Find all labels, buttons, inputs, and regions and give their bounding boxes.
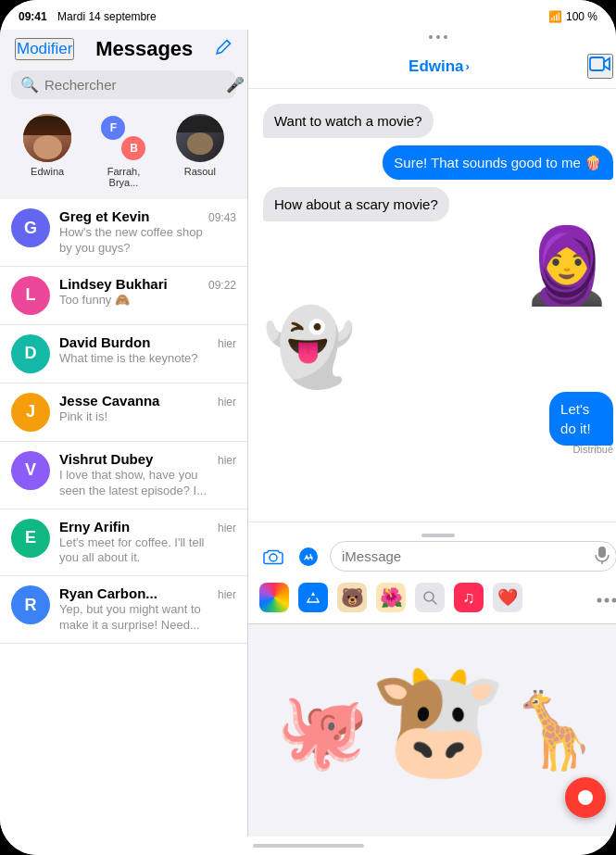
conversation-list: G Greg et Kevin 09:43 How's the new coff… [0,199,247,836]
wifi-icon: 📶 [548,10,562,23]
conv-preview-david: What time is the keynote? [59,351,207,367]
message-input[interactable] [330,541,616,572]
contact-name: Edwina [409,57,464,76]
microphone-icon[interactable]: 🎤 [226,76,245,94]
chat-header: Edwina › [248,44,616,89]
pinned-name-rasoul: Rasoul [184,166,216,177]
conv-avatar-vishrut: V [11,451,50,490]
svg-line-6 [433,600,436,604]
svg-point-1 [270,554,277,561]
animoji-giraffe[interactable]: 🦒 [508,687,600,774]
conv-item-vishrut[interactable]: V Vishrut Dubey hier I love that show, h… [0,442,247,509]
status-bar: 09:41 Mardi 14 septembre 📶 100 % [0,0,616,30]
appstore-app-icon[interactable] [298,583,328,612]
conv-avatar-lindsey: L [11,276,50,315]
conv-time-lindsey: 09:22 [208,279,236,292]
message-6: Let's do it! [549,392,613,446]
conv-content-jesse: Jesse Cavanna hier Pink it is! [59,393,236,425]
compose-icon[interactable] [214,38,233,61]
search-input[interactable] [44,77,220,93]
pinned-name-edwina: Edwina [31,166,64,177]
message-3: How about a scary movie? [263,187,449,221]
record-inner [578,790,593,805]
home-indicator [0,836,616,855]
ipad-frame: 09:41 Mardi 14 septembre 📶 100 % Modifie… [0,0,616,855]
pinned-contact-farrah[interactable]: F B Farrah, Brya... [95,114,151,188]
animoji-octopus[interactable]: 🐙 [276,687,369,774]
appstore-button[interactable] [295,543,322,571]
conv-avatar-erny: E [11,519,50,558]
conv-name-david: David Burdon [59,334,150,350]
svg-point-8 [605,597,610,602]
svg-rect-0 [590,57,604,70]
conv-item-lindsey[interactable]: L Lindsey Bukhari 09:22 Too funny 🙈 [0,267,247,325]
conv-time-vishrut: hier [218,454,236,467]
search-app-icon[interactable] [415,583,445,612]
svg-rect-3 [598,547,606,558]
search-bar[interactable]: 🔍 🎤 [11,70,236,99]
conv-name-jesse: Jesse Cavanna [59,393,159,409]
video-call-button[interactable] [587,54,613,79]
slide-handle [421,534,455,537]
hearts-app-icon[interactable]: ❤️ [493,583,522,612]
camera-button[interactable] [259,543,287,571]
conv-preview-jesse: Pink it is! [59,409,207,425]
conv-name-vishrut: Vishrut Dubey [59,451,153,467]
message-status: Distribué [573,444,613,455]
sidebar-header: Modifier Messages [0,30,247,67]
conv-item-jesse[interactable]: J Jesse Cavanna hier Pink it is! [0,383,247,442]
group-sub-avatar-2: B [119,134,147,162]
pinned-contact-rasoul[interactable]: Rasoul [176,114,224,188]
input-row [259,541,616,572]
conv-time-erny: hier [218,522,236,534]
svg-point-9 [612,597,617,602]
conv-item-david[interactable]: D David Burdon hier What time is the key… [0,325,247,383]
conv-preview-greg: How's the new coffee shop by you guys? [59,225,207,257]
status-time: 09:41 Mardi 14 septembre [19,10,157,23]
conv-name-erny: Erny Arifin [59,519,130,534]
three-dots [420,35,457,39]
conv-content-ryan: Ryan Carbon... hier Yep, but you might w… [59,585,236,634]
ghost-sticker: 👻 [263,310,356,384]
sidebar: Modifier Messages 🔍 🎤 [0,30,248,836]
more-button[interactable] [597,588,616,608]
modifier-button[interactable]: Modifier [15,38,74,60]
conv-preview-ryan: Yep, but you might want to make it a sur… [59,602,207,634]
memoji-app-icon[interactable]: 🐻 [337,583,367,612]
pinned-contact-edwina[interactable]: Edwina [23,114,71,188]
conv-content-lindsey: Lindsey Bukhari 09:22 Too funny 🙈 [59,276,236,308]
record-button[interactable] [565,777,606,818]
conv-preview-vishrut: I love that show, have you seen the late… [59,468,207,499]
dictation-icon[interactable] [595,546,610,568]
status-icons: 📶 100 % [548,10,597,23]
input-area: 🐻 🌺 ♫ ❤️ [248,522,616,623]
conv-time-jesse: hier [218,396,236,409]
animoji-cow[interactable]: 🐮 [369,656,508,786]
conv-time-ryan: hier [218,588,236,601]
conv-name-greg: Greg et Kevin [59,208,150,224]
music-app-icon[interactable]: ♫ [454,583,484,612]
conv-content-vishrut: Vishrut Dubey hier I love that show, hav… [59,451,236,499]
conv-name-lindsey: Lindsey Bukhari [59,276,168,292]
stickers-app-icon[interactable]: 🌺 [376,583,406,612]
conv-preview-lindsey: Too funny 🙈 [59,293,207,308]
message-1: Want to watch a movie? [263,104,434,138]
contact-name-button[interactable]: Edwina › [409,57,470,76]
conv-item-greg[interactable]: G Greg et Kevin 09:43 How's the new coff… [0,199,247,267]
conv-content-greg: Greg et Kevin 09:43 How's the new coffee… [59,208,236,257]
conv-avatar-greg: G [11,208,50,247]
chat-pane: Edwina › Want to watch a movie? [248,30,616,836]
app-icons-row: 🐻 🌺 ♫ ❤️ [259,579,616,616]
home-bar [253,844,364,848]
conv-content-david: David Burdon hier What time is the keyno… [59,334,236,367]
conv-item-erny[interactable]: E Erny Arifin hier Let's meet for coffee… [0,509,247,577]
photos-app-icon[interactable] [259,583,289,612]
app-container: Modifier Messages 🔍 🎤 [0,30,616,836]
conv-avatar-ryan: R [11,585,50,624]
conv-item-ryan[interactable]: R Ryan Carbon... hier Yep, but you might… [0,576,247,644]
search-icon: 🔍 [20,76,39,94]
sidebar-title: Messages [95,37,193,61]
message-sent-letsdo: Let's do it! Distribué [528,392,613,455]
battery-label: 100 % [566,10,597,23]
conv-time-greg: 09:43 [208,211,236,224]
